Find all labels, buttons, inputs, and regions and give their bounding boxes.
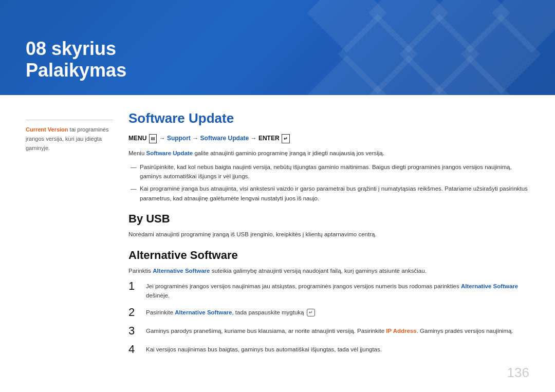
- intro-bold-sw: Software Update: [146, 150, 193, 156]
- enter-button-icon: ↵: [307, 309, 315, 316]
- menu-arrow3: →: [251, 135, 258, 142]
- step-4: 4 Kai versijos naujinimas bus baigtas, g…: [128, 343, 529, 356]
- step1-bold: Alternative Software: [461, 283, 518, 289]
- by-usb-title: By USB: [128, 212, 529, 226]
- step-number-2: 2: [128, 306, 139, 319]
- step-2: 2 Pasirinkite Alternative Software, tada…: [128, 306, 529, 319]
- alt-software-intro: Parinktis Alternative Software suteikia …: [128, 266, 529, 275]
- sidebar-item: Current Version tai programinės įrangos …: [26, 120, 113, 152]
- step-1-text: Jei programinės įrangos versijos naujini…: [146, 279, 529, 301]
- chapter-number: 08 skyrius: [26, 38, 126, 59]
- bullet-list: Pasirūpinkite, kad kol nebus baigta nauj…: [135, 162, 529, 203]
- step-number-1: 1: [128, 279, 139, 293]
- bullet-item-2: Kai programinė įranga bus atnaujinta, vi…: [135, 184, 529, 203]
- chapter-title: Palaikymas: [26, 60, 126, 81]
- step-2-text: Pasirinkite Alternative Software, tada p…: [146, 306, 315, 317]
- header-text-block: 08 skyrius Palaikymas: [26, 38, 126, 81]
- menu-arrow2: →: [192, 135, 200, 142]
- bullet-item-1: Pasirūpinkite, kad kol nebus baigta nauj…: [135, 162, 529, 181]
- alt-software-title: Alternative Software: [128, 249, 529, 262]
- step3-bold: IP Address: [386, 328, 416, 334]
- header-pattern: [222, 0, 555, 95]
- main-content: Current Version tai programinės įrangos …: [0, 95, 555, 372]
- menu-support: Support: [167, 135, 191, 142]
- step-4-text: Kai versijos naujinimas bus baigtas, gam…: [146, 343, 382, 354]
- software-update-title: Software Update: [128, 110, 529, 126]
- content-area: Software Update MENU III → Support → Sof…: [128, 110, 529, 362]
- menu-keyword: MENU III: [128, 135, 157, 142]
- by-usb-text: Norėdami atnaujinti programinę įrangą iš…: [128, 230, 529, 239]
- step2-bold: Alternative Software: [175, 309, 232, 315]
- page-number: 136: [507, 365, 529, 381]
- enter-icon: ↵: [282, 134, 290, 143]
- menu-software-update: Software Update: [200, 135, 249, 142]
- menu-path: MENU III → Support → Software Update → E…: [128, 134, 529, 143]
- step-3-text: Gaminys parodys pranešimą, kuriame bus k…: [146, 324, 513, 335]
- sidebar: Current Version tai programinės įrangos …: [26, 110, 113, 362]
- step-number-4: 4: [128, 343, 139, 356]
- menu-icon: III: [149, 134, 157, 143]
- step-3: 3 Gaminys parodys pranešimą, kuriame bus…: [128, 324, 529, 338]
- step-number-3: 3: [128, 324, 139, 338]
- page-header: 08 skyrius Palaikymas: [0, 0, 555, 95]
- numbered-list: 1 Jei programinės įrangos versijos nauji…: [128, 279, 529, 357]
- menu-arrow: →: [159, 135, 167, 142]
- step-1: 1 Jei programinės įrangos versijos nauji…: [128, 279, 529, 301]
- menu-enter: ENTER ↵: [258, 135, 290, 142]
- sidebar-label: Current Version: [26, 126, 68, 133]
- alt-sw-bold: Alternative Software: [153, 268, 210, 274]
- intro-paragraph: Meniu Software Update galite atnaujinti …: [128, 148, 529, 158]
